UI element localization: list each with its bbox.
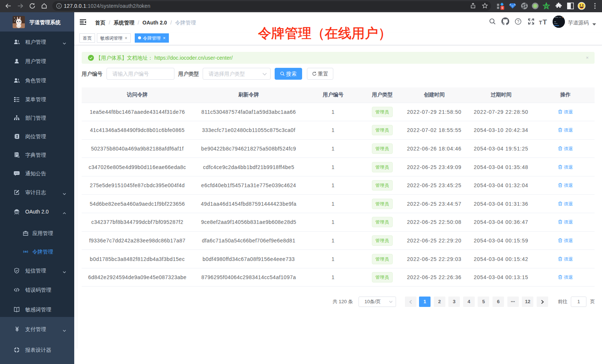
svg-text:?: ? bbox=[517, 19, 519, 24]
svg-text:T: T bbox=[539, 20, 542, 26]
svg-text:T: T bbox=[543, 19, 547, 26]
svg-text:9: 9 bbox=[501, 6, 503, 10]
